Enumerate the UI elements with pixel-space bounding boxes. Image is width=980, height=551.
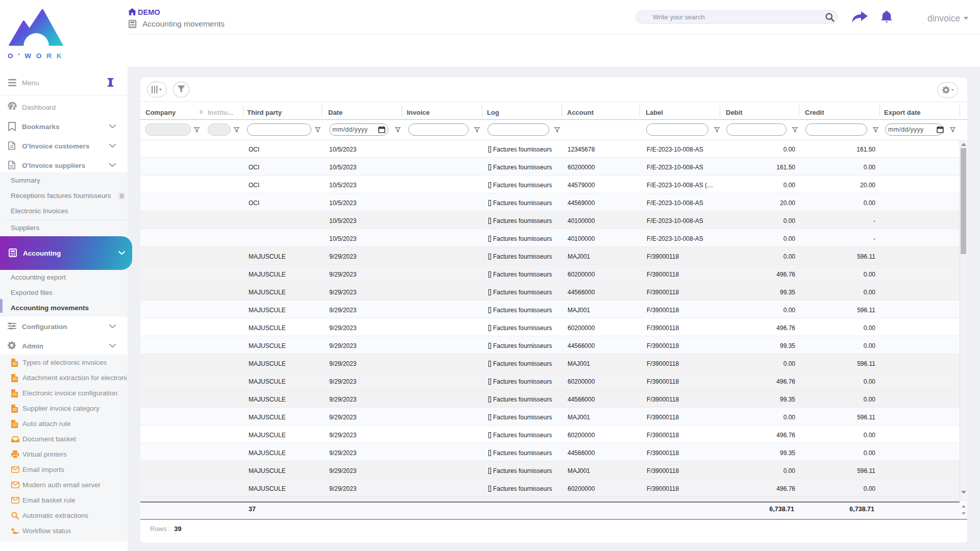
svg-text:O'WORK: O'WORK [8,52,66,60]
